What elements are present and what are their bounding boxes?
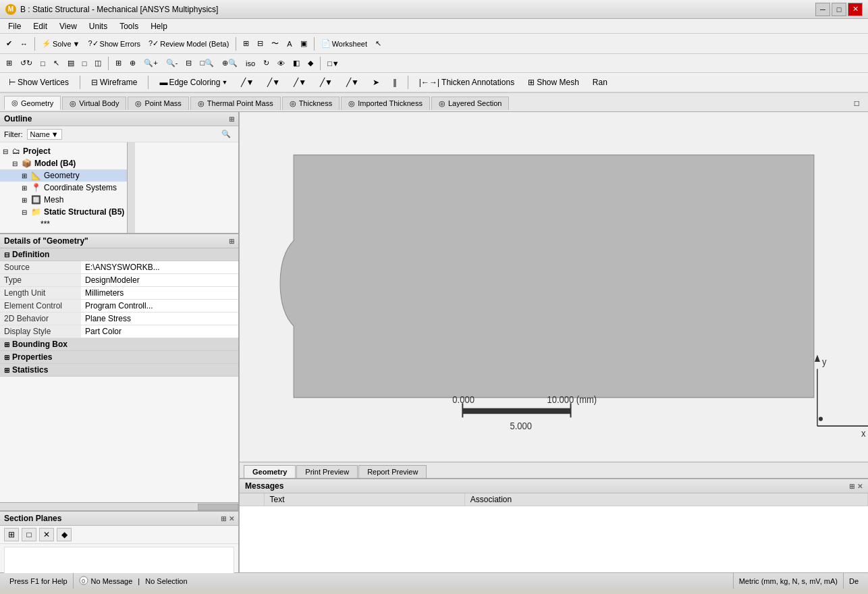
tree-item-project[interactable]: ⊟ 🗂 Project [0, 145, 127, 157]
tree-item-model[interactable]: ⊟ 📦 Model (B4) [0, 157, 127, 169]
length-unit-value[interactable]: Millimeters [81, 287, 238, 300]
sp-add-button[interactable]: ⊞ [4, 528, 19, 541]
copy-button[interactable]: □ [79, 58, 90, 69]
outline-pin[interactable]: ⊞ [229, 115, 234, 123]
snap-button[interactable]: ⊞ [3, 57, 16, 69]
section-bounding-box[interactable]: ⊞ Bounding Box [0, 338, 238, 351]
line-style-5-button[interactable]: ╱▼ [342, 76, 364, 89]
filter-select[interactable]: Name ▼ [27, 129, 62, 140]
expand-model[interactable]: ⊟ [12, 160, 22, 167]
back-button[interactable]: ✔ [3, 38, 16, 49]
line-style-3-button[interactable]: ╱▼ [289, 76, 311, 89]
zoom-100-button[interactable]: iso [242, 58, 259, 69]
tab-virtual-body[interactable]: ◎ Virtual Body [62, 97, 126, 110]
shapes-button[interactable]: ◆ [304, 57, 317, 69]
select-button[interactable]: ▤ [64, 57, 78, 69]
tree-item-geometry[interactable]: ⊞ 📐 Geometry [0, 169, 127, 182]
rotate-button[interactable]: ↺↻ [17, 57, 36, 69]
rotate3d-button[interactable]: ↻ [260, 57, 273, 69]
move-button[interactable]: ⊕ [126, 57, 139, 69]
wave-icon-button[interactable]: 〜 [268, 37, 282, 50]
section-planes-close[interactable]: ✕ [229, 515, 234, 522]
expand-project[interactable]: ⊟ [3, 148, 12, 155]
paste-button[interactable]: ◫ [91, 57, 105, 69]
cursor-button[interactable]: ↖ [372, 38, 385, 49]
minimize-button[interactable]: ─ [815, 3, 830, 16]
forward-button[interactable]: ↔ [17, 38, 31, 49]
grid-icon-button[interactable]: ⊞ [240, 38, 252, 49]
section-statistics[interactable]: ⊞ Statistics [0, 364, 238, 377]
tree-item-coordsys[interactable]: ⊞ 📍 Coordinate Systems [0, 182, 127, 194]
messages-close[interactable]: ✕ [857, 483, 863, 490]
maximize-button[interactable]: □ [832, 3, 846, 16]
line-style-2-button[interactable]: ╱▼ [263, 76, 285, 89]
tab-thermal-point-mass[interactable]: ◎ Thermal Point Mass [190, 97, 281, 110]
close-button[interactable]: ✕ [848, 3, 863, 16]
element-control-value[interactable]: Program Controll... [81, 300, 238, 313]
solve-dropdown-icon[interactable]: ▼ [73, 40, 80, 48]
zoom-fit-button[interactable]: ⊟ [182, 57, 195, 69]
eye-button[interactable]: 👁 [274, 58, 288, 69]
source-value[interactable]: E:\ANSYSWORKB... [81, 261, 238, 274]
zoom-full-button[interactable]: ⊕🔍 [219, 57, 241, 69]
zoom-box-button[interactable]: □🔍 [196, 57, 217, 69]
line-style-1-button[interactable]: ╱▼ [236, 76, 259, 89]
show-mesh-button[interactable]: ⊞ Show Mesh [523, 76, 584, 89]
section-planes-pin[interactable]: ⊞ [221, 515, 226, 522]
line-style-4-button[interactable]: ╱▼ [315, 76, 337, 89]
menu-tools[interactable]: Tools [114, 20, 144, 32]
messages-pin[interactable]: ⊞ [849, 483, 855, 490]
type-value[interactable]: DesignModeler [81, 274, 238, 287]
edge-coloring-button[interactable]: ▬ Edge Coloring ▼ [155, 76, 232, 89]
tab-imported-thickness[interactable]: ◎ Imported Thickness [341, 97, 430, 110]
worksheet-button[interactable]: 📄 Worksheet [318, 38, 371, 49]
details-pin[interactable]: ⊞ [229, 238, 234, 245]
vtab-geometry[interactable]: Geometry [244, 465, 296, 478]
show-vertices-button[interactable]: ⊢ Show Vertices [4, 76, 74, 89]
review-model-button[interactable]: ?✓ Review Model (Beta) [145, 38, 232, 49]
multi-select-button[interactable]: ⊞ [112, 57, 125, 69]
tab-geometry[interactable]: ◎ Geometry [4, 96, 61, 110]
layers-button[interactable]: ◧ [290, 57, 303, 69]
section-properties[interactable]: ⊞ Properties [0, 351, 238, 364]
sp-copy-button[interactable]: □ [22, 528, 36, 541]
camera-icon-button[interactable]: ▣ [297, 38, 310, 49]
tree-item-mesh[interactable]: ⊞ 🔲 Mesh [0, 194, 127, 206]
ran-button[interactable]: Ran [588, 76, 612, 89]
menu-file[interactable]: File [3, 20, 26, 32]
solve-button[interactable]: ⚡ Solve ▼ [38, 38, 83, 49]
menu-edit[interactable]: Edit [28, 20, 53, 32]
expand-coordsys[interactable]: ⊞ [22, 184, 31, 192]
arrow-button[interactable]: ➤ [368, 76, 384, 89]
tree-item-static[interactable]: ⊟ 📁 Static Structural (B5) [0, 206, 127, 218]
menu-help[interactable]: Help [145, 20, 173, 32]
tab-thickness[interactable]: ◎ Thickness [282, 97, 340, 110]
sp-diamond-button[interactable]: ◆ [57, 528, 72, 541]
expand-static[interactable]: ⊟ [22, 209, 31, 216]
a-icon-button[interactable]: A [283, 38, 295, 49]
parallel-lines-button[interactable]: ‖ [388, 76, 402, 89]
tab-layered-section[interactable]: ◎ Layered Section [431, 97, 510, 110]
show-errors-button[interactable]: ?✓ Show Errors [84, 38, 144, 49]
zoom-out-button[interactable]: 🔍- [163, 57, 182, 69]
view-dropdown-button[interactable]: □▼ [324, 58, 343, 69]
zoom-in-button[interactable]: 🔍+ [140, 57, 161, 69]
sp-delete-button[interactable]: ✕ [39, 528, 54, 541]
menu-view[interactable]: View [54, 20, 82, 32]
tab-point-mass[interactable]: ◎ Point Mass [128, 97, 188, 110]
mesh-icon-button[interactable]: ⊟ [254, 38, 267, 49]
section-definition[interactable]: ⊟ Definition [0, 248, 238, 261]
display-style-value[interactable]: Part Color [81, 325, 238, 338]
details-scrollbar[interactable] [0, 502, 238, 510]
outline-scrollbar[interactable] [127, 142, 135, 233]
vtab-report-preview[interactable]: Report Preview [358, 465, 427, 478]
thicken-annotations-button[interactable]: |←→| Thicken Annotations [414, 76, 519, 89]
tree-item-ellipsis[interactable]: *** [0, 218, 127, 230]
tab-extra-button[interactable]: □ [850, 97, 864, 110]
vtab-print-preview[interactable]: Print Preview [296, 465, 358, 478]
box-button[interactable]: □ [37, 58, 49, 69]
menu-units[interactable]: Units [84, 20, 113, 32]
outline-search-button[interactable]: 🔍 [218, 128, 234, 140]
arrow-select-button[interactable]: ↖ [50, 57, 63, 69]
2d-behavior-value[interactable]: Plane Stress [81, 313, 238, 325]
